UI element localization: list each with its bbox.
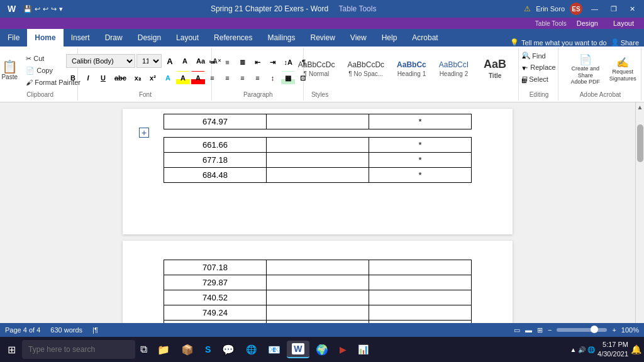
dropbox-button[interactable]: 📦 <box>176 341 199 358</box>
save-icon[interactable]: 💾 <box>23 5 32 13</box>
tab-review[interactable]: Review <box>303 29 343 47</box>
multilevel-button[interactable]: ≣ <box>236 55 250 69</box>
select-button[interactable]: ⊡ Select <box>519 74 558 84</box>
zoom-minus-button[interactable]: − <box>548 326 552 334</box>
style-normal[interactable]: AaBbCcDc ¶ Normal <box>292 50 341 87</box>
table-cell-661[interactable]: 661.66 <box>164 138 267 153</box>
table-cell-star3[interactable]: * <box>369 153 472 168</box>
table-cell-empty2[interactable] <box>267 138 369 153</box>
file-explorer-button[interactable]: 📁 <box>152 341 175 358</box>
tab-table-layout[interactable]: Layout <box>608 19 639 28</box>
view-web-button[interactable]: ⊞ <box>537 326 543 334</box>
view-normal-button[interactable]: ▭ <box>514 326 520 334</box>
decrease-indent-button[interactable]: ⇤ <box>251 55 265 69</box>
tab-view[interactable]: View <box>343 29 374 47</box>
table-cell-empty4[interactable] <box>267 168 369 183</box>
tab-home[interactable]: Home <box>27 29 63 47</box>
font-shrink-button[interactable]: A <box>178 54 192 68</box>
subscript-button[interactable]: x₂ <box>131 71 145 85</box>
edge-button[interactable]: 🌐 <box>241 342 262 357</box>
table-cell-p2-empty4[interactable] <box>369 275 472 290</box>
minimize-button[interactable]: — <box>587 4 602 14</box>
table-cell-729[interactable]: 729.87 <box>164 275 267 290</box>
mail-button[interactable]: 📧 <box>263 341 286 358</box>
close-button[interactable]: ✕ <box>626 4 639 14</box>
font-color-button[interactable]: A <box>191 71 205 85</box>
chrome-button[interactable]: 🌍 <box>311 341 333 358</box>
tab-insert[interactable]: Insert <box>64 29 97 47</box>
font-family-select[interactable]: Calibri (Body) <box>66 54 135 68</box>
taskbar-search-input[interactable] <box>22 340 135 359</box>
undo-arrow-icon[interactable]: ↩ <box>43 5 48 13</box>
table-cell-740[interactable]: 740.52 <box>164 290 267 305</box>
font-grow-button[interactable]: A <box>163 54 177 68</box>
tab-layout[interactable]: Layout <box>169 29 206 47</box>
table-cell-749[interactable]: 749.24 <box>164 305 267 321</box>
tab-acrobat[interactable]: Acrobat <box>404 29 445 47</box>
table-cell-p2-empty1[interactable] <box>267 260 369 275</box>
increase-indent-button[interactable]: ⇥ <box>266 55 280 69</box>
bullets-button[interactable]: ≔ <box>206 55 219 69</box>
scroll-thumb[interactable] <box>637 124 643 162</box>
table-cell-star1[interactable]: * <box>369 114 472 129</box>
tab-references[interactable]: References <box>206 29 260 47</box>
table-cell-674[interactable]: 674.97 <box>164 114 267 129</box>
table-cell-empty3[interactable] <box>267 153 369 168</box>
scroll-up-button[interactable]: ▲ <box>636 102 644 112</box>
restore-button[interactable]: ❐ <box>607 4 621 14</box>
messaging-button[interactable]: 💬 <box>217 341 240 358</box>
line-spacing-button[interactable]: ↕ <box>266 71 280 85</box>
find-button[interactable]: 🔍 Find <box>519 50 558 61</box>
table-cell-p2-empty6[interactable] <box>369 290 472 305</box>
tab-table-design[interactable]: Design <box>572 19 603 28</box>
charts-button[interactable]: 📊 <box>353 342 374 357</box>
align-center-button[interactable]: ≡ <box>221 71 235 85</box>
justify-button[interactable]: ≡ <box>251 71 265 85</box>
redo-icon[interactable]: ↪ <box>51 5 57 13</box>
numbering-button[interactable]: ≡ <box>221 55 235 69</box>
view-print-button[interactable]: ▬ <box>525 326 532 334</box>
table-cell-star2[interactable]: * <box>369 138 472 153</box>
add-row-button[interactable]: + <box>139 128 149 138</box>
style-no-spacing[interactable]: AaBbCcDc ¶ No Spac... <box>341 50 390 87</box>
tab-mailings[interactable]: Mailings <box>260 29 303 47</box>
text-effects-button[interactable]: A <box>161 71 175 85</box>
italic-button[interactable]: I <box>81 71 95 85</box>
create-share-pdf-button[interactable]: 📄 Create and ShareAdobe PDF <box>564 53 608 87</box>
paste-button[interactable]: 📋 Paste <box>0 59 22 82</box>
highlight-color-button[interactable]: A <box>176 71 190 85</box>
replace-button[interactable]: ↔ Replace <box>519 62 558 72</box>
tab-help[interactable]: Help <box>374 29 405 47</box>
style-title[interactable]: AaB Title <box>475 50 514 87</box>
superscript-button[interactable]: x² <box>146 71 160 85</box>
notification-button[interactable]: 🔔 <box>631 344 641 354</box>
task-view-button[interactable]: ⧉ <box>136 341 151 358</box>
underline-button[interactable]: U <box>96 71 110 85</box>
style-heading2[interactable]: AaBbCcI Heading 2 <box>433 50 474 87</box>
table-cell-p2-empty2[interactable] <box>369 260 472 275</box>
strikethrough-button[interactable]: abc <box>111 71 130 85</box>
tell-me-box[interactable]: 💡 Tell me what you want to do <box>510 38 607 47</box>
table-cell-p2-empty8[interactable] <box>369 305 472 321</box>
bold-button[interactable]: B <box>66 71 80 85</box>
table-cell-p2-empty10[interactable] <box>369 321 472 324</box>
table-cell-752[interactable]: 752.74 <box>164 321 267 324</box>
share-button[interactable]: 👤 Share <box>611 38 639 47</box>
zoom-slider[interactable] <box>557 328 607 332</box>
start-button[interactable]: ⊞ <box>3 341 21 358</box>
zoom-plus-button[interactable]: + <box>612 326 616 334</box>
table-cell-677[interactable]: 677.18 <box>164 153 267 168</box>
table-cell-684[interactable]: 684.48 <box>164 168 267 183</box>
tab-file[interactable]: File <box>0 29 27 47</box>
media-button[interactable]: ▶ <box>335 342 352 357</box>
tab-design[interactable]: Design <box>130 29 169 47</box>
tab-draw[interactable]: Draw <box>97 29 130 47</box>
word-button[interactable]: W <box>287 341 309 358</box>
table-cell-p2-empty5[interactable] <box>267 290 369 305</box>
app1-button[interactable]: S <box>200 342 216 357</box>
proofing-button[interactable]: |¶ <box>92 326 98 334</box>
table-cell-p2-empty7[interactable] <box>267 305 369 321</box>
table-cell-p2-empty9[interactable] <box>267 321 369 324</box>
request-signatures-button[interactable]: ✍ RequestSignatures <box>609 57 637 84</box>
align-left-button[interactable]: ≡ <box>206 71 219 85</box>
